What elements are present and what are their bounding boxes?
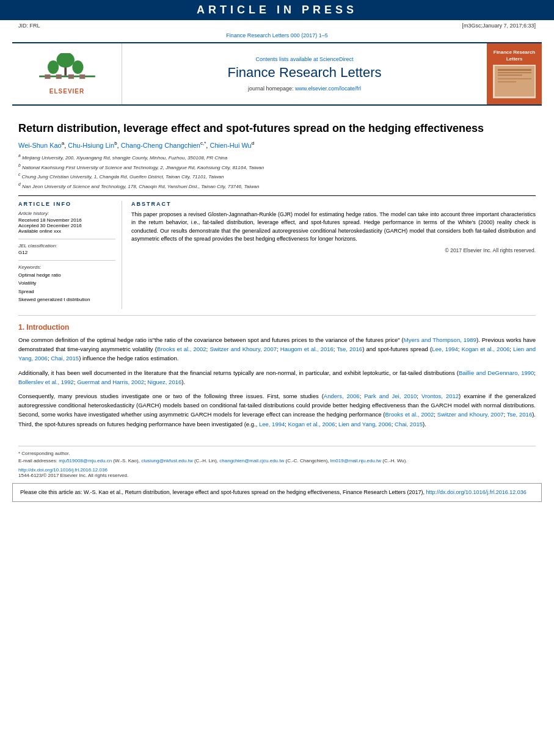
article-in-press-banner: ARTICLE IN PRESS xyxy=(0,0,554,20)
history-label: Article history: xyxy=(18,211,115,216)
ref-chai-2015[interactable]: Chai, 2015 xyxy=(51,355,79,362)
aff-1: a Minjiang University, 200, Xiyuangang R… xyxy=(18,153,536,162)
email-addresses: E-mail addresses: mju519008@mju.edu.cn (… xyxy=(18,457,536,465)
ref-switzer-2007b[interactable]: Switzer and Khoury, 2007 xyxy=(437,411,504,418)
author-3[interactable]: Chang-Cheng Changchien xyxy=(121,142,200,149)
ref-guermat-2002[interactable]: Guermat and Harris, 2002 xyxy=(77,379,144,385)
ref-switzer-2007[interactable]: Switzer and Khoury, 2007 xyxy=(210,346,277,352)
email-changchien[interactable]: changchien@mail.cjcu.edu.tw xyxy=(219,458,284,463)
jel-label: JEL classification: xyxy=(18,243,115,249)
email-lin[interactable]: clusiung@nkfust.edu.tw xyxy=(141,458,193,463)
ref-vrontos-2012[interactable]: Vrontos, 2012 xyxy=(421,393,459,399)
ref-lien-2006[interactable]: Lien and Yang, 2006 xyxy=(18,346,536,362)
received-date: Received 18 November 2016 xyxy=(18,217,115,223)
keyword-1: Optimal hedge ratio xyxy=(18,271,115,280)
svg-rect-5 xyxy=(45,75,50,79)
abstract-title: ABSTRACT xyxy=(131,201,536,207)
jid-left: JID: FRL xyxy=(18,23,40,29)
svg-point-2 xyxy=(56,53,74,68)
ref-park-2010[interactable]: Park and Jei, 2010 xyxy=(364,393,417,399)
aff-3: c Chung Jung Christian University, 1, Ch… xyxy=(18,172,536,181)
intro-paragraph-2: Additionally, it has been well documente… xyxy=(18,368,536,387)
cover-image xyxy=(493,65,536,98)
svg-point-3 xyxy=(47,60,58,74)
email-label: E-mail addresses: xyxy=(18,458,57,463)
ref-brooks-2002b[interactable]: Brooks et al., 2002 xyxy=(385,411,434,418)
intro-paragraph-3: Consequently, many previous studies inve… xyxy=(18,391,536,429)
jid-row: JID: FRL [m3Gsc;January 7, 2017;6:33] xyxy=(0,20,554,31)
journal-title-link[interactable]: Finance Research Letters 000 (2017) 1–5 xyxy=(226,32,328,38)
ref-lien-2006b[interactable]: Lien and Yang, 2006 xyxy=(338,421,392,427)
elsevier-name: ELSEVIER xyxy=(49,88,84,95)
jel-section: JEL classification: G12 xyxy=(18,243,115,255)
doi-line: http://dx.doi.org/10.1016/j.frl.2016.12.… xyxy=(18,467,536,473)
author-4[interactable]: Chien-Hui Wu xyxy=(210,142,251,149)
intro-paragraph-1: One common definition of the optimal hed… xyxy=(18,335,536,363)
elsevier-logo-area: ELSEVIER xyxy=(12,43,122,104)
svg-point-4 xyxy=(72,60,83,74)
email-kao[interactable]: mju519008@mju.edu.cn xyxy=(59,458,112,463)
copyright-line: © 2017 Elsevier Inc. All rights reserved… xyxy=(131,247,536,253)
issn-line: 1544-6123/© 2017 Elsevier Inc. All right… xyxy=(18,473,536,478)
ref-haugom-2016[interactable]: Haugom et al., 2016 xyxy=(280,346,333,352)
aff-2: b National Kaohsiung First University of… xyxy=(18,162,536,172)
cover-title: Finance Research Letters xyxy=(490,49,538,62)
email-wu[interactable]: lm019@mail.nju.edu.tw xyxy=(330,458,381,463)
divider-1 xyxy=(18,239,115,239)
citation-doi-link[interactable]: http://dx.doi.org/10.1016/j.frl.2016.12.… xyxy=(426,489,527,495)
affiliations: a Minjiang University, 200, Xiyuangang R… xyxy=(18,153,536,191)
ref-bollerslev-1992[interactable]: Bollerslev et al., 1992 xyxy=(18,379,74,385)
ref-kogan-2006b[interactable]: Kogan et al., 2006 xyxy=(288,421,335,427)
svg-rect-11 xyxy=(498,72,531,73)
journal-cover: Finance Research Letters xyxy=(487,43,542,104)
author-2[interactable]: Chu-Hsiung Lin xyxy=(68,142,114,149)
doi-link[interactable]: http://dx.doi.org/10.1016/j.frl.2016.12.… xyxy=(18,467,108,473)
ref-baillie-1990[interactable]: Baillie and DeGennaro, 1990 xyxy=(459,369,534,376)
accepted-date: Accepted 30 December 2016 xyxy=(18,223,115,228)
citation-box: Please cite this article as: W.-S. Kao e… xyxy=(12,483,542,503)
ref-niguez-2016[interactable]: Niguez, 2016 xyxy=(147,379,181,385)
ref-myers-1989[interactable]: Myers and Thompson, 1989 xyxy=(404,336,476,343)
two-column-section: ARTICLE INFO Article history: Received 1… xyxy=(18,195,536,309)
jel-code: G12 xyxy=(18,250,115,255)
intro-section-title: 1. Introduction xyxy=(18,323,536,332)
keyword-2: Volatility xyxy=(18,279,115,288)
abstract-column: ABSTRACT This paper proposes a revised G… xyxy=(131,201,536,309)
ref-kogan-2006[interactable]: Kogan et al., 2006 xyxy=(462,346,510,352)
ref-tse-2016b[interactable]: Tse, 2016 xyxy=(507,411,532,418)
main-content: Return distribution, leverage effect and… xyxy=(0,108,554,440)
citation-text: Please cite this article as: W.-S. Kao e… xyxy=(20,489,425,495)
ref-tse-2016[interactable]: Tse, 2016 xyxy=(337,346,362,352)
online-date: Available online xxx xyxy=(18,228,115,234)
keywords-label: Keywords: xyxy=(18,264,115,270)
svg-rect-8 xyxy=(79,75,85,79)
ref-chai-2015b[interactable]: Chai, 2015 xyxy=(395,421,423,427)
svg-rect-14 xyxy=(498,81,516,82)
svg-rect-12 xyxy=(498,75,522,76)
homepage-link[interactable]: www.elsevier.com/locate/frl xyxy=(295,85,361,92)
article-info-title: ARTICLE INFO xyxy=(18,201,115,207)
aff-4: d Nan Jeon University of Science and Tec… xyxy=(18,181,536,191)
authors-line: Wei-Shun Kaoa, Chu-Hsiung Linb, Chang-Ch… xyxy=(18,140,536,149)
journal-main-title: Finance Research Letters xyxy=(228,65,382,81)
keyword-4: Skewed generalized t distribution xyxy=(18,296,115,304)
keywords-section: Keywords: Optimal hedge ratio Volatility… xyxy=(18,264,115,304)
author-1[interactable]: Wei-Shun Kao xyxy=(18,142,62,149)
svg-rect-10 xyxy=(498,69,531,71)
ref-lee-1994[interactable]: Lee, 1994 xyxy=(432,346,458,352)
svg-rect-6 xyxy=(56,75,61,79)
ref-lee-1994b[interactable]: Lee, 1994 xyxy=(259,421,285,427)
svg-rect-13 xyxy=(498,78,531,79)
section-divider xyxy=(18,315,536,316)
article-info-column: ARTICLE INFO Article history: Received 1… xyxy=(18,201,122,309)
sciencedirect-link[interactable]: ScienceDirect xyxy=(319,56,354,62)
ref-brooks-2002[interactable]: Brooks et al., 2002 xyxy=(157,346,206,352)
abstract-text: This paper proposes a revised Glosten-Ja… xyxy=(131,211,536,244)
header-center: Contents lists available at ScienceDirec… xyxy=(122,43,487,104)
journal-title-line: Finance Research Letters 000 (2017) 1–5 xyxy=(0,31,554,40)
history-section: Article history: Received 18 November 20… xyxy=(18,211,115,234)
footer-section: * Corresponding author. E-mail addresses… xyxy=(18,446,536,478)
corresponding-note: * Corresponding author. xyxy=(18,450,536,457)
ref-anders-2006[interactable]: Anders, 2006 xyxy=(324,393,360,399)
paper-title: Return distribution, leverage effect and… xyxy=(18,122,536,136)
